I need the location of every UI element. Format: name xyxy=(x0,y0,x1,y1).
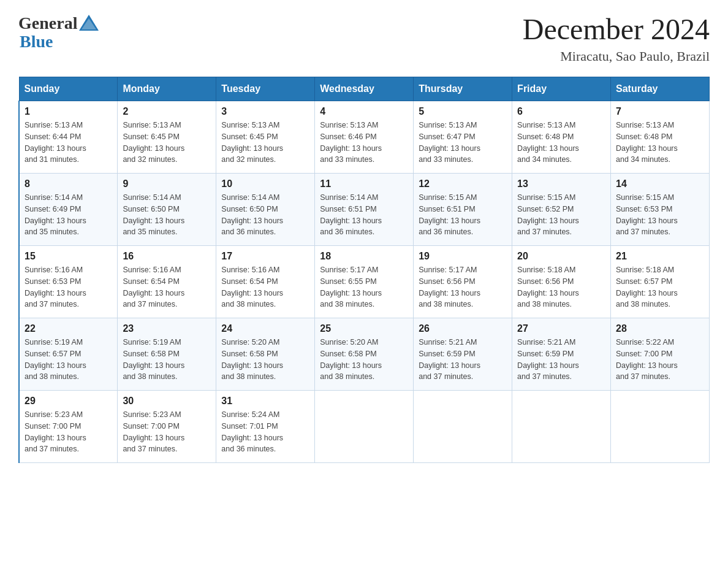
day-number: 2 xyxy=(123,106,211,117)
day-number: 3 xyxy=(221,106,309,117)
day-info: Sunrise: 5:13 AMSunset: 6:46 PMDaylight:… xyxy=(320,121,382,164)
logo: General Blue xyxy=(18,12,100,52)
day-info: Sunrise: 5:23 AMSunset: 7:00 PMDaylight:… xyxy=(123,410,184,453)
day-info: Sunrise: 5:18 AMSunset: 6:56 PMDaylight:… xyxy=(517,266,579,308)
day-number: 4 xyxy=(320,106,408,117)
day-number: 24 xyxy=(221,323,309,334)
header-saturday: Saturday xyxy=(611,77,710,101)
calendar-cell: 13 Sunrise: 5:15 AMSunset: 6:52 PMDaylig… xyxy=(512,174,611,246)
calendar-cell: 8 Sunrise: 5:14 AMSunset: 6:49 PMDayligh… xyxy=(19,174,118,246)
day-info: Sunrise: 5:22 AMSunset: 7:00 PMDaylight:… xyxy=(616,338,678,381)
day-number: 12 xyxy=(419,178,507,190)
calendar-cell: 3 Sunrise: 5:13 AMSunset: 6:45 PMDayligh… xyxy=(216,101,315,174)
day-number: 5 xyxy=(419,106,507,117)
day-number: 6 xyxy=(517,106,605,117)
day-number: 31 xyxy=(221,396,309,407)
calendar-cell xyxy=(315,391,414,463)
day-number: 19 xyxy=(419,251,507,262)
calendar-title: December 2024 xyxy=(523,12,710,46)
title-section: December 2024 Miracatu, Sao Paulo, Brazi… xyxy=(523,12,710,64)
calendar-cell: 25 Sunrise: 5:20 AMSunset: 6:58 PMDaylig… xyxy=(315,318,414,391)
day-number: 29 xyxy=(25,396,112,407)
day-number: 8 xyxy=(25,178,112,190)
calendar-cell: 31 Sunrise: 5:24 AMSunset: 7:01 PMDaylig… xyxy=(216,391,315,463)
calendar-subtitle: Miracatu, Sao Paulo, Brazil xyxy=(523,48,710,64)
day-info: Sunrise: 5:13 AMSunset: 6:48 PMDaylight:… xyxy=(517,121,579,164)
calendar-cell: 28 Sunrise: 5:22 AMSunset: 7:00 PMDaylig… xyxy=(611,318,710,391)
calendar-cell: 22 Sunrise: 5:19 AMSunset: 6:57 PMDaylig… xyxy=(19,318,118,391)
calendar-cell: 4 Sunrise: 5:13 AMSunset: 6:46 PMDayligh… xyxy=(315,101,414,174)
day-info: Sunrise: 5:19 AMSunset: 6:58 PMDaylight:… xyxy=(123,338,184,381)
header-thursday: Thursday xyxy=(414,77,512,101)
calendar-cell: 1 Sunrise: 5:13 AMSunset: 6:44 PMDayligh… xyxy=(19,101,118,174)
calendar-week-4: 22 Sunrise: 5:19 AMSunset: 6:57 PMDaylig… xyxy=(19,318,710,391)
day-number: 26 xyxy=(419,323,507,334)
day-number: 21 xyxy=(616,251,704,262)
calendar-cell: 15 Sunrise: 5:16 AMSunset: 6:53 PMDaylig… xyxy=(19,246,118,318)
calendar-cell: 6 Sunrise: 5:13 AMSunset: 6:48 PMDayligh… xyxy=(512,101,611,174)
day-number: 27 xyxy=(517,323,605,334)
day-number: 15 xyxy=(25,251,112,262)
day-info: Sunrise: 5:24 AMSunset: 7:01 PMDaylight:… xyxy=(221,410,283,453)
day-info: Sunrise: 5:14 AMSunset: 6:50 PMDaylight:… xyxy=(123,193,184,236)
calendar-cell: 16 Sunrise: 5:16 AMSunset: 6:54 PMDaylig… xyxy=(118,246,216,318)
calendar-cell: 5 Sunrise: 5:13 AMSunset: 6:47 PMDayligh… xyxy=(414,101,512,174)
calendar-table: SundayMondayTuesdayWednesdayThursdayFrid… xyxy=(18,77,710,463)
day-info: Sunrise: 5:21 AMSunset: 6:59 PMDaylight:… xyxy=(419,338,480,381)
day-number: 28 xyxy=(616,323,704,334)
header-row: SundayMondayTuesdayWednesdayThursdayFrid… xyxy=(19,77,710,101)
day-info: Sunrise: 5:21 AMSunset: 6:59 PMDaylight:… xyxy=(517,338,579,381)
day-info: Sunrise: 5:16 AMSunset: 6:54 PMDaylight:… xyxy=(123,266,184,308)
calendar-cell: 14 Sunrise: 5:15 AMSunset: 6:53 PMDaylig… xyxy=(611,174,710,246)
header-sunday: Sunday xyxy=(19,77,118,101)
calendar-cell: 30 Sunrise: 5:23 AMSunset: 7:00 PMDaylig… xyxy=(118,391,216,463)
day-number: 13 xyxy=(517,178,605,190)
day-number: 11 xyxy=(320,178,408,190)
calendar-cell: 21 Sunrise: 5:18 AMSunset: 6:57 PMDaylig… xyxy=(611,246,710,318)
calendar-week-5: 29 Sunrise: 5:23 AMSunset: 7:00 PMDaylig… xyxy=(19,391,710,463)
calendar-cell: 26 Sunrise: 5:21 AMSunset: 6:59 PMDaylig… xyxy=(414,318,512,391)
calendar-cell: 29 Sunrise: 5:23 AMSunset: 7:00 PMDaylig… xyxy=(19,391,118,463)
logo-icon xyxy=(78,12,100,34)
logo-general-text: General xyxy=(18,13,77,33)
header-monday: Monday xyxy=(118,77,216,101)
day-info: Sunrise: 5:13 AMSunset: 6:48 PMDaylight:… xyxy=(616,121,678,164)
logo-blue-text: Blue xyxy=(18,32,53,52)
day-info: Sunrise: 5:14 AMSunset: 6:49 PMDaylight:… xyxy=(25,193,86,236)
calendar-cell: 20 Sunrise: 5:18 AMSunset: 6:56 PMDaylig… xyxy=(512,246,611,318)
day-info: Sunrise: 5:14 AMSunset: 6:51 PMDaylight:… xyxy=(320,193,382,236)
day-number: 22 xyxy=(25,323,112,334)
day-info: Sunrise: 5:15 AMSunset: 6:51 PMDaylight:… xyxy=(419,193,480,236)
day-info: Sunrise: 5:13 AMSunset: 6:44 PMDaylight:… xyxy=(25,121,86,164)
calendar-week-2: 8 Sunrise: 5:14 AMSunset: 6:49 PMDayligh… xyxy=(19,174,710,246)
day-info: Sunrise: 5:23 AMSunset: 7:00 PMDaylight:… xyxy=(25,410,86,453)
calendar-cell: 18 Sunrise: 5:17 AMSunset: 6:55 PMDaylig… xyxy=(315,246,414,318)
day-info: Sunrise: 5:19 AMSunset: 6:57 PMDaylight:… xyxy=(25,338,86,381)
calendar-week-3: 15 Sunrise: 5:16 AMSunset: 6:53 PMDaylig… xyxy=(19,246,710,318)
day-info: Sunrise: 5:17 AMSunset: 6:56 PMDaylight:… xyxy=(419,266,480,308)
calendar-cell: 19 Sunrise: 5:17 AMSunset: 6:56 PMDaylig… xyxy=(414,246,512,318)
calendar-cell xyxy=(611,391,710,463)
calendar-cell: 17 Sunrise: 5:16 AMSunset: 6:54 PMDaylig… xyxy=(216,246,315,318)
day-info: Sunrise: 5:20 AMSunset: 6:58 PMDaylight:… xyxy=(221,338,283,381)
day-number: 17 xyxy=(221,251,309,262)
day-number: 18 xyxy=(320,251,408,262)
day-number: 1 xyxy=(25,106,112,117)
day-number: 9 xyxy=(123,178,211,190)
day-number: 14 xyxy=(616,178,704,190)
day-info: Sunrise: 5:14 AMSunset: 6:50 PMDaylight:… xyxy=(221,193,283,236)
day-number: 7 xyxy=(616,106,704,117)
day-info: Sunrise: 5:13 AMSunset: 6:47 PMDaylight:… xyxy=(419,121,480,164)
calendar-cell: 23 Sunrise: 5:19 AMSunset: 6:58 PMDaylig… xyxy=(118,318,216,391)
header-tuesday: Tuesday xyxy=(216,77,315,101)
day-info: Sunrise: 5:18 AMSunset: 6:57 PMDaylight:… xyxy=(616,266,678,308)
calendar-week-1: 1 Sunrise: 5:13 AMSunset: 6:44 PMDayligh… xyxy=(19,101,710,174)
calendar-cell: 9 Sunrise: 5:14 AMSunset: 6:50 PMDayligh… xyxy=(118,174,216,246)
calendar-cell: 27 Sunrise: 5:21 AMSunset: 6:59 PMDaylig… xyxy=(512,318,611,391)
day-info: Sunrise: 5:16 AMSunset: 6:54 PMDaylight:… xyxy=(221,266,283,308)
day-number: 10 xyxy=(221,178,309,190)
day-number: 20 xyxy=(517,251,605,262)
day-info: Sunrise: 5:20 AMSunset: 6:58 PMDaylight:… xyxy=(320,338,382,381)
day-number: 23 xyxy=(123,323,211,334)
calendar-cell: 10 Sunrise: 5:14 AMSunset: 6:50 PMDaylig… xyxy=(216,174,315,246)
